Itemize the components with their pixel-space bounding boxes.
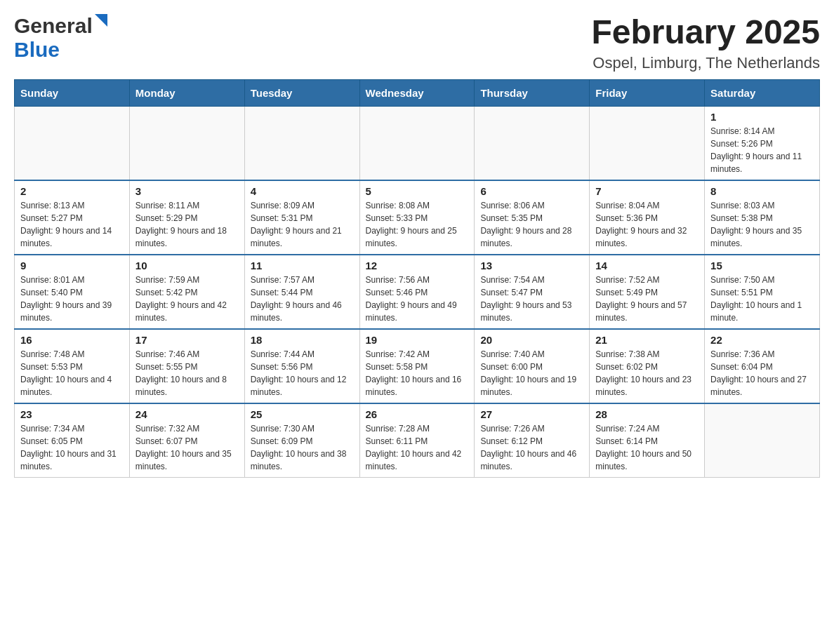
day-of-week-header: Wednesday bbox=[359, 79, 475, 106]
calendar-week-row: 9Sunrise: 8:01 AMSunset: 5:40 PMDaylight… bbox=[15, 255, 820, 329]
calendar-day-cell: 11Sunrise: 7:57 AMSunset: 5:44 PMDayligh… bbox=[244, 255, 359, 329]
day-info: Sunrise: 8:03 AMSunset: 5:38 PMDaylight:… bbox=[710, 199, 814, 250]
day-info: Sunrise: 7:48 AMSunset: 5:53 PMDaylight:… bbox=[20, 348, 124, 398]
day-info: Sunrise: 7:57 AMSunset: 5:44 PMDaylight:… bbox=[251, 274, 354, 324]
calendar-day-cell: 22Sunrise: 7:36 AMSunset: 6:04 PMDayligh… bbox=[705, 329, 820, 403]
day-info: Sunrise: 7:52 AMSunset: 5:49 PMDaylight:… bbox=[595, 274, 699, 324]
day-number: 23 bbox=[20, 408, 124, 420]
day-info: Sunrise: 8:01 AMSunset: 5:40 PMDaylight:… bbox=[20, 274, 124, 324]
calendar-day-cell: 3Sunrise: 8:11 AMSunset: 5:29 PMDaylight… bbox=[129, 180, 244, 255]
day-info: Sunrise: 7:42 AMSunset: 5:58 PMDaylight:… bbox=[366, 348, 469, 398]
calendar-day-cell: 15Sunrise: 7:50 AMSunset: 5:51 PMDayligh… bbox=[705, 255, 820, 329]
calendar-day-cell bbox=[244, 106, 359, 180]
day-info: Sunrise: 7:24 AMSunset: 6:14 PMDaylight:… bbox=[595, 422, 699, 473]
calendar-day-cell: 6Sunrise: 8:06 AMSunset: 5:35 PMDaylight… bbox=[475, 180, 590, 255]
calendar-day-cell: 5Sunrise: 8:08 AMSunset: 5:33 PMDaylight… bbox=[359, 180, 475, 255]
day-number: 6 bbox=[480, 185, 583, 197]
day-number: 11 bbox=[251, 260, 354, 271]
day-info: Sunrise: 7:44 AMSunset: 5:56 PMDaylight:… bbox=[251, 348, 354, 398]
calendar-day-cell: 19Sunrise: 7:42 AMSunset: 5:58 PMDayligh… bbox=[359, 329, 475, 403]
day-number: 9 bbox=[20, 260, 124, 271]
title-section: February 2025 Ospel, Limburg, The Nether… bbox=[591, 14, 820, 72]
day-number: 7 bbox=[595, 185, 699, 197]
day-number: 12 bbox=[366, 260, 469, 271]
calendar-day-cell: 13Sunrise: 7:54 AMSunset: 5:47 PMDayligh… bbox=[475, 255, 590, 329]
calendar-day-cell: 7Sunrise: 8:04 AMSunset: 5:36 PMDaylight… bbox=[590, 180, 705, 255]
calendar-day-cell bbox=[129, 106, 244, 180]
calendar-day-cell bbox=[15, 106, 130, 180]
day-info: Sunrise: 8:08 AMSunset: 5:33 PMDaylight:… bbox=[366, 199, 469, 250]
calendar-week-row: 23Sunrise: 7:34 AMSunset: 6:05 PMDayligh… bbox=[15, 403, 820, 478]
day-info: Sunrise: 7:28 AMSunset: 6:11 PMDaylight:… bbox=[366, 422, 469, 473]
day-number: 2 bbox=[20, 185, 124, 197]
logo: General Blue bbox=[14, 14, 107, 62]
calendar-day-cell: 10Sunrise: 7:59 AMSunset: 5:42 PMDayligh… bbox=[129, 255, 244, 329]
calendar-day-cell: 16Sunrise: 7:48 AMSunset: 5:53 PMDayligh… bbox=[15, 329, 130, 403]
day-number: 28 bbox=[595, 408, 699, 420]
day-of-week-header: Sunday bbox=[15, 79, 130, 106]
calendar-day-cell: 8Sunrise: 8:03 AMSunset: 5:38 PMDaylight… bbox=[705, 180, 820, 255]
day-number: 4 bbox=[251, 185, 354, 197]
day-number: 18 bbox=[251, 334, 354, 346]
month-title: February 2025 bbox=[591, 14, 820, 51]
day-of-week-header: Thursday bbox=[475, 79, 590, 106]
day-info: Sunrise: 8:13 AMSunset: 5:27 PMDaylight:… bbox=[20, 199, 124, 250]
svg-marker-0 bbox=[95, 14, 107, 27]
day-number: 10 bbox=[135, 260, 239, 271]
calendar-day-cell: 17Sunrise: 7:46 AMSunset: 5:55 PMDayligh… bbox=[129, 329, 244, 403]
calendar-day-cell bbox=[359, 106, 475, 180]
day-number: 21 bbox=[595, 334, 699, 346]
calendar-day-cell: 4Sunrise: 8:09 AMSunset: 5:31 PMDaylight… bbox=[244, 180, 359, 255]
day-number: 16 bbox=[20, 334, 124, 346]
day-number: 3 bbox=[135, 185, 239, 197]
day-number: 26 bbox=[366, 408, 469, 420]
day-number: 25 bbox=[251, 408, 354, 420]
calendar-day-cell: 26Sunrise: 7:28 AMSunset: 6:11 PMDayligh… bbox=[359, 403, 475, 478]
calendar-header-row: SundayMondayTuesdayWednesdayThursdayFrid… bbox=[15, 79, 820, 106]
day-info: Sunrise: 7:59 AMSunset: 5:42 PMDaylight:… bbox=[135, 274, 239, 324]
day-info: Sunrise: 7:54 AMSunset: 5:47 PMDaylight:… bbox=[480, 274, 583, 324]
calendar-day-cell bbox=[590, 106, 705, 180]
day-number: 20 bbox=[480, 334, 583, 346]
calendar-table: SundayMondayTuesdayWednesdayThursdayFrid… bbox=[14, 79, 820, 478]
day-info: Sunrise: 7:34 AMSunset: 6:05 PMDaylight:… bbox=[20, 422, 124, 473]
day-info: Sunrise: 7:50 AMSunset: 5:51 PMDaylight:… bbox=[710, 274, 814, 324]
calendar-day-cell: 24Sunrise: 7:32 AMSunset: 6:07 PMDayligh… bbox=[129, 403, 244, 478]
day-of-week-header: Monday bbox=[129, 79, 244, 106]
day-of-week-header: Saturday bbox=[705, 79, 820, 106]
calendar-day-cell: 21Sunrise: 7:38 AMSunset: 6:02 PMDayligh… bbox=[590, 329, 705, 403]
day-info: Sunrise: 8:14 AMSunset: 5:26 PMDaylight:… bbox=[710, 125, 814, 175]
day-info: Sunrise: 8:06 AMSunset: 5:35 PMDaylight:… bbox=[480, 199, 583, 250]
calendar-day-cell: 20Sunrise: 7:40 AMSunset: 6:00 PMDayligh… bbox=[475, 329, 590, 403]
day-info: Sunrise: 7:26 AMSunset: 6:12 PMDaylight:… bbox=[480, 422, 583, 473]
day-number: 1 bbox=[710, 111, 814, 123]
logo-general-text: General bbox=[14, 14, 93, 38]
calendar-week-row: 1Sunrise: 8:14 AMSunset: 5:26 PMDaylight… bbox=[15, 106, 820, 180]
calendar-day-cell: 12Sunrise: 7:56 AMSunset: 5:46 PMDayligh… bbox=[359, 255, 475, 329]
day-info: Sunrise: 7:40 AMSunset: 6:00 PMDaylight:… bbox=[480, 348, 583, 398]
day-number: 17 bbox=[135, 334, 239, 346]
calendar-day-cell: 18Sunrise: 7:44 AMSunset: 5:56 PMDayligh… bbox=[244, 329, 359, 403]
day-info: Sunrise: 7:30 AMSunset: 6:09 PMDaylight:… bbox=[251, 422, 354, 473]
calendar-week-row: 16Sunrise: 7:48 AMSunset: 5:53 PMDayligh… bbox=[15, 329, 820, 403]
day-number: 13 bbox=[480, 260, 583, 271]
calendar-day-cell bbox=[475, 106, 590, 180]
logo-blue-text: Blue bbox=[14, 38, 60, 61]
calendar-day-cell: 27Sunrise: 7:26 AMSunset: 6:12 PMDayligh… bbox=[475, 403, 590, 478]
day-of-week-header: Friday bbox=[590, 79, 705, 106]
day-info: Sunrise: 7:46 AMSunset: 5:55 PMDaylight:… bbox=[135, 348, 239, 398]
day-number: 24 bbox=[135, 408, 239, 420]
day-number: 14 bbox=[595, 260, 699, 271]
calendar-week-row: 2Sunrise: 8:13 AMSunset: 5:27 PMDaylight… bbox=[15, 180, 820, 255]
calendar-day-cell: 9Sunrise: 8:01 AMSunset: 5:40 PMDaylight… bbox=[15, 255, 130, 329]
logo-triangle-icon bbox=[95, 14, 107, 29]
day-number: 15 bbox=[710, 260, 814, 271]
day-number: 22 bbox=[710, 334, 814, 346]
calendar-day-cell: 14Sunrise: 7:52 AMSunset: 5:49 PMDayligh… bbox=[590, 255, 705, 329]
day-info: Sunrise: 8:04 AMSunset: 5:36 PMDaylight:… bbox=[595, 199, 699, 250]
calendar-day-cell: 2Sunrise: 8:13 AMSunset: 5:27 PMDaylight… bbox=[15, 180, 130, 255]
day-info: Sunrise: 7:36 AMSunset: 6:04 PMDaylight:… bbox=[710, 348, 814, 398]
location-title: Ospel, Limburg, The Netherlands bbox=[591, 54, 820, 72]
day-number: 8 bbox=[710, 185, 814, 197]
day-info: Sunrise: 7:32 AMSunset: 6:07 PMDaylight:… bbox=[135, 422, 239, 473]
